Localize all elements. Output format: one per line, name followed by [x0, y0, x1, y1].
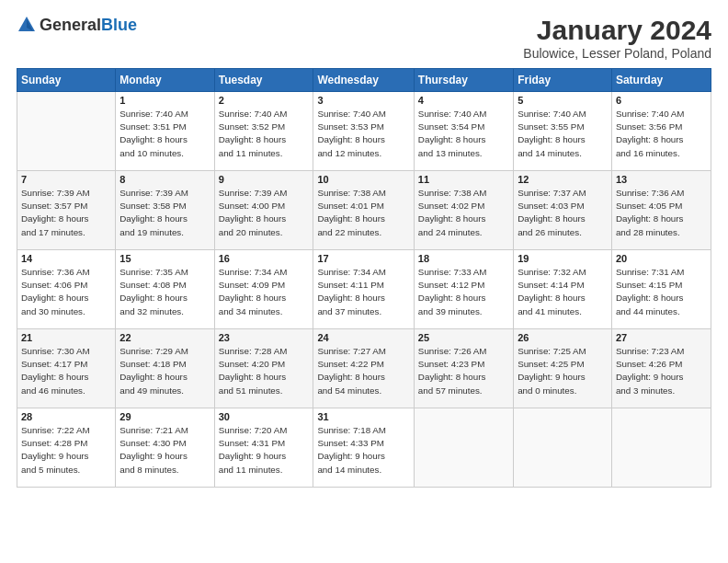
day-number: 10	[317, 174, 409, 185]
calendar-cell: 19Sunrise: 7:32 AMSunset: 4:14 PMDayligh…	[514, 250, 612, 329]
day-number: 3	[317, 95, 409, 106]
logo-blue: Blue	[101, 16, 137, 34]
calendar-cell: 11Sunrise: 7:38 AMSunset: 4:02 PMDayligh…	[414, 171, 513, 250]
day-info: Sunrise: 7:28 AMSunset: 4:20 PMDaylight:…	[219, 345, 310, 397]
day-number: 26	[518, 332, 608, 343]
day-info: Sunrise: 7:40 AMSunset: 3:56 PMDaylight:…	[616, 108, 707, 160]
day-number: 31	[317, 411, 409, 422]
day-info: Sunrise: 7:26 AMSunset: 4:23 PMDaylight:…	[418, 345, 509, 397]
calendar-cell: 3Sunrise: 7:40 AMSunset: 3:53 PMDaylight…	[313, 92, 414, 171]
calendar-cell: 6Sunrise: 7:40 AMSunset: 3:56 PMDaylight…	[611, 92, 711, 171]
calendar-cell: 25Sunrise: 7:26 AMSunset: 4:23 PMDayligh…	[414, 329, 513, 408]
weekday-header-row: SundayMondayTuesdayWednesdayThursdayFrid…	[17, 69, 711, 92]
day-number: 24	[317, 332, 409, 343]
day-info: Sunrise: 7:33 AMSunset: 4:12 PMDaylight:…	[418, 266, 509, 318]
day-info: Sunrise: 7:37 AMSunset: 4:03 PMDaylight:…	[518, 187, 608, 239]
day-info: Sunrise: 7:36 AMSunset: 4:06 PMDaylight:…	[21, 266, 111, 318]
calendar-body: 1Sunrise: 7:40 AMSunset: 3:51 PMDaylight…	[17, 92, 711, 488]
day-number: 18	[418, 253, 509, 264]
day-info: Sunrise: 7:39 AMSunset: 3:58 PMDaylight:…	[119, 187, 210, 239]
day-number: 2	[219, 95, 310, 106]
day-info: Sunrise: 7:40 AMSunset: 3:53 PMDaylight:…	[317, 108, 409, 160]
day-info: Sunrise: 7:40 AMSunset: 3:51 PMDaylight:…	[119, 108, 210, 160]
month-title: January 2024	[523, 15, 711, 46]
calendar-cell: 2Sunrise: 7:40 AMSunset: 3:52 PMDaylight…	[214, 92, 313, 171]
calendar-cell: 28Sunrise: 7:22 AMSunset: 4:28 PMDayligh…	[17, 408, 116, 488]
calendar-cell: 16Sunrise: 7:34 AMSunset: 4:09 PMDayligh…	[214, 250, 313, 329]
weekday-header-monday: Monday	[116, 69, 214, 92]
weekday-header-thursday: Thursday	[414, 69, 513, 92]
calendar-cell: 26Sunrise: 7:25 AMSunset: 4:25 PMDayligh…	[514, 329, 612, 408]
week-row-2: 14Sunrise: 7:36 AMSunset: 4:06 PMDayligh…	[17, 250, 711, 329]
calendar-cell: 18Sunrise: 7:33 AMSunset: 4:12 PMDayligh…	[414, 250, 513, 329]
day-number: 7	[21, 174, 111, 185]
day-number: 16	[219, 253, 310, 264]
day-info: Sunrise: 7:32 AMSunset: 4:14 PMDaylight:…	[518, 266, 608, 318]
calendar-table: SundayMondayTuesdayWednesdayThursdayFrid…	[17, 68, 711, 488]
week-row-4: 28Sunrise: 7:22 AMSunset: 4:28 PMDayligh…	[17, 408, 711, 488]
day-info: Sunrise: 7:27 AMSunset: 4:22 PMDaylight:…	[317, 345, 409, 397]
day-info: Sunrise: 7:34 AMSunset: 4:09 PMDaylight:…	[219, 266, 310, 318]
day-number: 19	[518, 253, 608, 264]
calendar-cell: 23Sunrise: 7:28 AMSunset: 4:20 PMDayligh…	[214, 329, 313, 408]
calendar-cell: 4Sunrise: 7:40 AMSunset: 3:54 PMDaylight…	[414, 92, 513, 171]
calendar-cell: 21Sunrise: 7:30 AMSunset: 4:17 PMDayligh…	[17, 329, 116, 408]
day-number: 25	[418, 332, 509, 343]
calendar-cell: 5Sunrise: 7:40 AMSunset: 3:55 PMDaylight…	[514, 92, 612, 171]
day-info: Sunrise: 7:18 AMSunset: 4:33 PMDaylight:…	[317, 424, 409, 477]
header: GeneralBlue January 2024 Bulowice, Lesse…	[17, 15, 711, 61]
day-info: Sunrise: 7:40 AMSunset: 3:55 PMDaylight:…	[518, 108, 608, 160]
weekday-header-wednesday: Wednesday	[313, 69, 414, 92]
day-number: 29	[119, 411, 210, 422]
day-number: 13	[616, 174, 707, 185]
day-info: Sunrise: 7:35 AMSunset: 4:08 PMDaylight:…	[119, 266, 210, 318]
day-info: Sunrise: 7:39 AMSunset: 4:00 PMDaylight:…	[219, 187, 310, 239]
calendar-cell: 27Sunrise: 7:23 AMSunset: 4:26 PMDayligh…	[611, 329, 711, 408]
day-number: 1	[119, 95, 210, 106]
calendar-cell	[17, 92, 116, 171]
day-info: Sunrise: 7:34 AMSunset: 4:11 PMDaylight:…	[317, 266, 409, 318]
week-row-1: 7Sunrise: 7:39 AMSunset: 3:57 PMDaylight…	[17, 171, 711, 250]
day-info: Sunrise: 7:38 AMSunset: 4:01 PMDaylight:…	[317, 187, 409, 239]
day-info: Sunrise: 7:38 AMSunset: 4:02 PMDaylight:…	[418, 187, 509, 239]
calendar-cell	[414, 408, 513, 488]
calendar-cell: 24Sunrise: 7:27 AMSunset: 4:22 PMDayligh…	[313, 329, 414, 408]
day-info: Sunrise: 7:39 AMSunset: 3:57 PMDaylight:…	[21, 187, 111, 239]
logo-icon	[17, 15, 37, 35]
day-number: 27	[616, 332, 707, 343]
day-info: Sunrise: 7:25 AMSunset: 4:25 PMDaylight:…	[518, 345, 608, 397]
calendar-cell: 30Sunrise: 7:20 AMSunset: 4:31 PMDayligh…	[214, 408, 313, 488]
week-row-0: 1Sunrise: 7:40 AMSunset: 3:51 PMDaylight…	[17, 92, 711, 171]
calendar-cell: 17Sunrise: 7:34 AMSunset: 4:11 PMDayligh…	[313, 250, 414, 329]
calendar-cell: 31Sunrise: 7:18 AMSunset: 4:33 PMDayligh…	[313, 408, 414, 488]
calendar-cell: 7Sunrise: 7:39 AMSunset: 3:57 PMDaylight…	[17, 171, 116, 250]
logo-text: GeneralBlue	[40, 16, 137, 35]
day-info: Sunrise: 7:30 AMSunset: 4:17 PMDaylight:…	[21, 345, 111, 397]
day-info: Sunrise: 7:21 AMSunset: 4:30 PMDaylight:…	[119, 424, 210, 477]
day-number: 4	[418, 95, 509, 106]
logo: GeneralBlue	[17, 15, 137, 35]
calendar-cell	[611, 408, 711, 488]
calendar-cell: 9Sunrise: 7:39 AMSunset: 4:00 PMDaylight…	[214, 171, 313, 250]
day-number: 11	[418, 174, 509, 185]
day-number: 21	[21, 332, 111, 343]
calendar-cell: 29Sunrise: 7:21 AMSunset: 4:30 PMDayligh…	[116, 408, 214, 488]
day-number: 6	[616, 95, 707, 106]
day-info: Sunrise: 7:40 AMSunset: 3:54 PMDaylight:…	[418, 108, 509, 160]
day-number: 30	[219, 411, 310, 422]
day-info: Sunrise: 7:31 AMSunset: 4:15 PMDaylight:…	[616, 266, 707, 318]
calendar-cell: 20Sunrise: 7:31 AMSunset: 4:15 PMDayligh…	[611, 250, 711, 329]
calendar-cell: 10Sunrise: 7:38 AMSunset: 4:01 PMDayligh…	[313, 171, 414, 250]
day-number: 28	[21, 411, 111, 422]
calendar-cell: 15Sunrise: 7:35 AMSunset: 4:08 PMDayligh…	[116, 250, 214, 329]
calendar-cell: 1Sunrise: 7:40 AMSunset: 3:51 PMDaylight…	[116, 92, 214, 171]
calendar-cell: 22Sunrise: 7:29 AMSunset: 4:18 PMDayligh…	[116, 329, 214, 408]
calendar-cell: 8Sunrise: 7:39 AMSunset: 3:58 PMDaylight…	[116, 171, 214, 250]
day-info: Sunrise: 7:40 AMSunset: 3:52 PMDaylight:…	[219, 108, 310, 160]
weekday-header-saturday: Saturday	[611, 69, 711, 92]
weekday-header-tuesday: Tuesday	[214, 69, 313, 92]
day-info: Sunrise: 7:20 AMSunset: 4:31 PMDaylight:…	[219, 424, 310, 477]
day-number: 5	[518, 95, 608, 106]
title-block: January 2024 Bulowice, Lesser Poland, Po…	[523, 15, 711, 61]
day-number: 9	[219, 174, 310, 185]
